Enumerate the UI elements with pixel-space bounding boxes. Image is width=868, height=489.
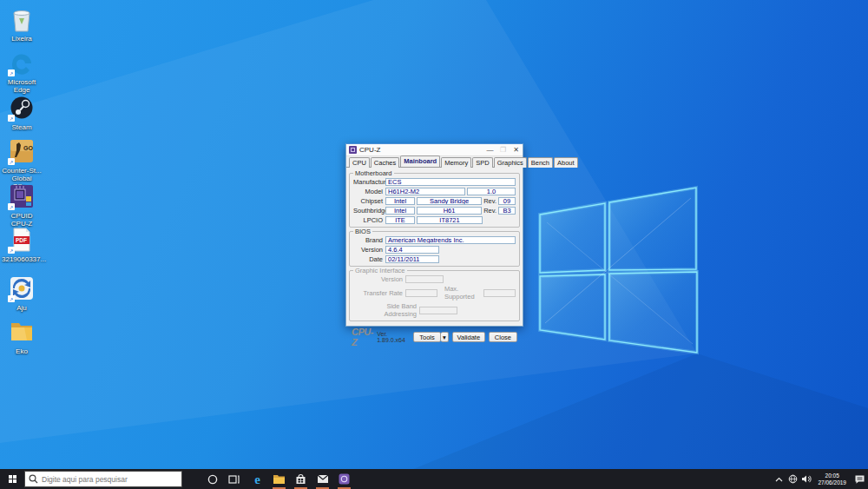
motherboard-group: Motherboard Manufacturer ECS Model H61H2… bbox=[349, 173, 520, 228]
southbridge-rev-field[interactable]: B3 bbox=[498, 207, 516, 215]
chipset-rev-field[interactable]: 09 bbox=[498, 197, 516, 205]
desktop: Lixeira ↗ Microsoft Edge ↗ Steam bbox=[0, 0, 868, 489]
desktop-icon-steam[interactable]: ↗ Steam bbox=[2, 96, 42, 131]
folder-icon bbox=[8, 320, 36, 346]
tab-spd[interactable]: SPD bbox=[472, 157, 492, 168]
tab-bar: CPU Caches Mainboard Memory SPD Graphics… bbox=[346, 156, 523, 168]
microsoft-store-icon bbox=[295, 473, 306, 485]
lpcio-vendor-field[interactable]: ITE bbox=[385, 216, 415, 224]
tab-mainboard[interactable]: Mainboard bbox=[400, 155, 440, 167]
taskbar-store-button[interactable] bbox=[290, 469, 312, 489]
tray-network-button[interactable] bbox=[786, 469, 799, 489]
start-button[interactable] bbox=[0, 469, 24, 489]
desktop-icon-label: CPUID CPU-Z bbox=[2, 212, 42, 228]
model-field[interactable]: H61H2-M2 bbox=[385, 188, 465, 195]
southbridge-label: Southbridge bbox=[353, 207, 385, 215]
titlebar[interactable]: CPU-Z — ❐ ✕ bbox=[346, 144, 523, 156]
bios-date-field[interactable]: 02/11/2011 bbox=[385, 255, 439, 263]
bios-version-row: Version 4.6.4 bbox=[353, 246, 516, 254]
manufacturer-field[interactable]: ECS bbox=[385, 178, 516, 186]
tray-date: 27/06/2019 bbox=[818, 479, 846, 486]
max-supported-label: Max. Supported bbox=[443, 285, 483, 301]
taskbar-explorer-button[interactable] bbox=[268, 469, 290, 489]
minimize-button[interactable]: — bbox=[483, 144, 496, 155]
chipset-vendor-field[interactable]: Intel bbox=[385, 197, 415, 205]
lpcio-label: LPCIO bbox=[353, 216, 385, 224]
mainboard-panel: Motherboard Manufacturer ECS Model H61H2… bbox=[346, 168, 523, 349]
tray-chevron-button[interactable] bbox=[772, 469, 786, 489]
tab-about[interactable]: About bbox=[554, 157, 578, 168]
chevron-up-icon bbox=[775, 477, 783, 482]
taskbar-edge-button[interactable]: e bbox=[247, 469, 268, 489]
tray-clock[interactable]: 20:05 27/06/2019 bbox=[813, 472, 851, 486]
cpuz-titlebar-icon bbox=[349, 146, 357, 154]
bios-version-field[interactable]: 4.6.4 bbox=[385, 246, 439, 254]
tab-caches[interactable]: Caches bbox=[371, 157, 399, 168]
bios-brand-field[interactable]: American Megatrends Inc. bbox=[385, 236, 516, 244]
desktop-icon-label: Aju bbox=[2, 304, 42, 312]
search-input[interactable] bbox=[42, 475, 172, 484]
desktop-icon-label: Steam bbox=[2, 123, 42, 131]
desktop-icon-folder[interactable]: Eko bbox=[2, 320, 42, 355]
shortcut-arrow-icon: ↗ bbox=[8, 69, 15, 76]
desktop-icon-cpuid-cpuz[interactable]: ↗ CPUID CPU-Z bbox=[2, 184, 42, 228]
notification-icon bbox=[854, 474, 865, 485]
tab-cpu[interactable]: CPU bbox=[349, 157, 370, 168]
cpuz-taskbar-icon bbox=[339, 473, 350, 485]
desktop-icon-microsoft-edge[interactable]: ↗ Microsoft Edge bbox=[2, 50, 42, 94]
close-button-footer[interactable]: Close bbox=[489, 332, 517, 342]
group-legend: Motherboard bbox=[353, 169, 394, 177]
tab-graphics[interactable]: Graphics bbox=[494, 157, 527, 168]
bios-date-row: Date 02/11/2011 bbox=[353, 255, 516, 263]
desktop-icon-label: Microsoft bbox=[2, 78, 42, 86]
desktop-icon-aju[interactable]: ↗ Aju bbox=[2, 276, 42, 312]
bios-brand-row: Brand American Megatrends Inc. bbox=[353, 236, 516, 244]
pdf-file-icon: PDF ↗ bbox=[8, 228, 36, 254]
lpcio-name-field[interactable]: IT8721 bbox=[417, 216, 483, 224]
cortana-button[interactable] bbox=[201, 469, 223, 489]
southbridge-row: Southbridge Intel H61 Rev. B3 bbox=[353, 207, 516, 215]
version-text: Ver. 1.89.0.x64 bbox=[377, 331, 410, 343]
taskbar-search[interactable] bbox=[24, 471, 182, 487]
graphic-interface-group: Graphic Interface Version Transfer Rate … bbox=[349, 270, 520, 321]
cpuz-logo: CPU-Z bbox=[352, 327, 373, 347]
file-explorer-icon bbox=[273, 473, 286, 485]
desktop-icon-csgo[interactable]: GO ↗ Counter-St... Global Offe... bbox=[2, 139, 42, 190]
svg-text:PDF: PDF bbox=[16, 237, 27, 243]
tab-bench[interactable]: Bench bbox=[528, 157, 553, 168]
task-view-button[interactable] bbox=[223, 469, 245, 489]
desktop-icon-label: Lixeira bbox=[2, 35, 42, 43]
chipset-name-field[interactable]: Sandy Bridge bbox=[417, 197, 482, 205]
desktop-icon-label: 3219060337... bbox=[2, 255, 42, 263]
gi-version-row: Version bbox=[353, 275, 516, 283]
max-supported-field bbox=[483, 289, 516, 297]
taskbar-cpuz-button[interactable] bbox=[333, 469, 355, 489]
gi-version-label: Version bbox=[353, 275, 405, 283]
tools-dropdown-button[interactable]: ▾ bbox=[441, 332, 449, 342]
action-center-button[interactable] bbox=[851, 469, 868, 489]
side-band-field bbox=[419, 307, 457, 314]
validate-button[interactable]: Validate bbox=[452, 332, 485, 342]
southbridge-name-field[interactable]: H61 bbox=[417, 207, 482, 215]
model-rev-field[interactable]: 1.0 bbox=[467, 188, 516, 195]
desktop-icon-pdf[interactable]: PDF ↗ 3219060337... bbox=[2, 228, 42, 263]
side-band-label: Side Band Addressing bbox=[353, 302, 419, 318]
cpuz-app-icon: ↗ bbox=[8, 184, 36, 210]
close-button[interactable]: ✕ bbox=[510, 144, 523, 155]
tray-volume-button[interactable] bbox=[799, 469, 813, 489]
group-legend: Graphic Interface bbox=[353, 267, 407, 274]
desktop-icon-recycle-bin[interactable]: Lixeira bbox=[2, 7, 42, 43]
southbridge-vendor-field[interactable]: Intel bbox=[385, 207, 415, 215]
maximize-button: ❐ bbox=[496, 144, 510, 155]
tools-button[interactable]: Tools bbox=[413, 332, 441, 342]
shortcut-arrow-icon: ↗ bbox=[8, 247, 15, 254]
network-globe-icon bbox=[788, 474, 798, 484]
search-icon bbox=[29, 474, 38, 484]
brand-label: Brand bbox=[353, 236, 385, 244]
chipset-label: Chipset bbox=[353, 197, 385, 205]
transfer-rate-field bbox=[405, 289, 437, 297]
shortcut-arrow-icon: ↗ bbox=[8, 203, 15, 210]
tab-memory[interactable]: Memory bbox=[441, 157, 471, 168]
taskbar-mail-button[interactable] bbox=[312, 469, 333, 489]
edge-icon: ↗ bbox=[8, 50, 36, 76]
